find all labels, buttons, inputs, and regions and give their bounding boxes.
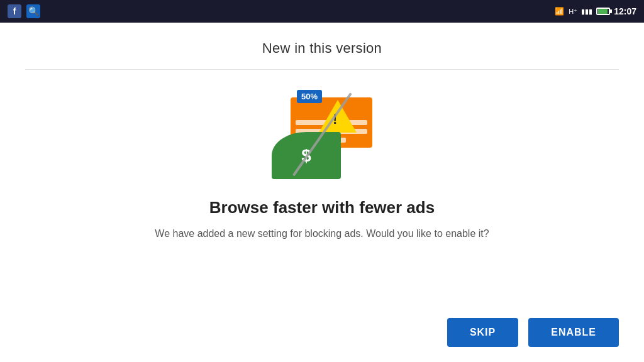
time-display: 12:07: [614, 6, 636, 16]
main-content: New in this version 50% $ Browse faster …: [0, 23, 644, 362]
dialog-description: We have added a new setting for blocking…: [155, 226, 489, 241]
status-bar-left: f 🔍: [8, 4, 40, 18]
dialog-heading: Browse faster with fewer ads: [209, 198, 435, 217]
ad-block-illustration: 50% $: [265, 85, 379, 185]
signal-h-icon: H⁺: [569, 8, 577, 16]
facebook-icon[interactable]: f: [8, 4, 21, 18]
signal-bars-icon: ▮▮▮: [581, 8, 592, 16]
enable-button[interactable]: ENABLE: [528, 318, 619, 347]
discount-badge: 50%: [297, 90, 322, 103]
battery-icon: [596, 8, 610, 15]
skip-button[interactable]: SKIP: [447, 318, 518, 347]
dialog-title: New in this version: [262, 40, 382, 57]
title-divider: [25, 69, 619, 70]
status-bar-right: 📶 H⁺ ▮▮▮ 12:07: [555, 6, 636, 16]
action-buttons: SKIP ENABLE: [25, 318, 619, 347]
signal-icon: 📶: [555, 7, 565, 16]
search-app-icon[interactable]: 🔍: [26, 4, 40, 18]
status-bar: f 🔍 📶 H⁺ ▮▮▮ 12:07: [0, 0, 644, 23]
